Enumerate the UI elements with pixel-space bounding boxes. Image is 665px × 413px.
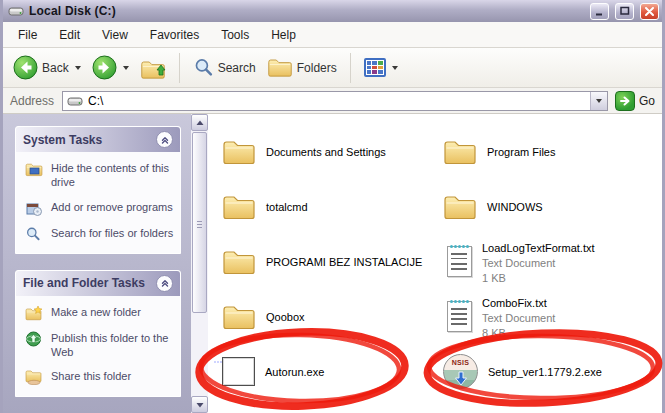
folder-icon: [222, 193, 256, 221]
window-title: Local Disk (C:): [29, 4, 584, 18]
task-share-folder[interactable]: Share this folder: [25, 369, 174, 385]
back-arrow-icon: [13, 55, 38, 80]
task-search-files[interactable]: Search for files or folders: [25, 226, 174, 242]
folders-button[interactable]: Folders: [263, 54, 341, 81]
file-autorun-exe[interactable]: Autorun.exe: [222, 344, 443, 399]
menu-file[interactable]: File: [7, 23, 48, 47]
task-publish-folder[interactable]: Publish this folder to the Web: [25, 331, 174, 360]
local-disk-icon: [8, 5, 24, 17]
chevron-up-icon: [160, 278, 170, 288]
menu-help[interactable]: Help: [260, 23, 307, 47]
collapse-button[interactable]: [156, 131, 173, 148]
address-label: Address: [7, 94, 57, 108]
file-setup-ver-exe[interactable]: NSIS Setup_ver1.1779.2.exe: [443, 344, 662, 399]
scrollbar-track[interactable]: [191, 314, 208, 396]
folders-label: Folders: [297, 61, 337, 75]
folders-icon: [267, 57, 293, 78]
search-label: Search: [218, 61, 256, 75]
drive-icon: [67, 95, 83, 107]
chevron-up-icon: [160, 135, 170, 145]
scrollbar-thumb[interactable]: [192, 132, 207, 313]
share-folder-icon: [25, 369, 43, 385]
folder-icon: [222, 248, 256, 276]
file-list: Documents and Settings Program Files tot…: [208, 114, 662, 413]
file-size: 1 KB: [482, 271, 595, 286]
scroll-down-button[interactable]: [191, 396, 208, 413]
back-label: Back: [42, 61, 69, 75]
up-button[interactable]: [136, 53, 170, 83]
file-program-files[interactable]: Program Files: [443, 124, 662, 179]
address-combo[interactable]: C:\: [62, 91, 608, 111]
folder-icon: [443, 138, 477, 166]
toolbar: Back Search Folders: [3, 48, 662, 88]
chevron-down-icon: [596, 99, 602, 103]
file-documents-and-settings[interactable]: Documents and Settings: [222, 124, 443, 179]
panel-system-tasks: System Tasks Hide the contents of this d…: [15, 126, 181, 254]
file-programi-bez-instalacije[interactable]: PROGRAMI BEZ INSTALACIJE: [222, 234, 443, 289]
menu-favorites[interactable]: Favorites: [139, 23, 210, 47]
file-type: Text Document: [482, 256, 595, 271]
scroll-up-button[interactable]: [191, 114, 208, 131]
search-icon: [193, 57, 214, 78]
panel-file-folder-tasks: File and Folder Tasks Make a new folder: [15, 270, 181, 398]
folder-up-icon: [140, 56, 166, 80]
close-button[interactable]: [640, 3, 659, 20]
nsis-logo: NSIS: [444, 359, 477, 366]
file-size: 8 KB: [482, 326, 555, 341]
task-add-remove-programs[interactable]: Add or remove programs: [25, 200, 174, 216]
explorer-window: Local Disk (C:) File Edit View Favorites…: [0, 0, 665, 413]
toolbar-separator: [350, 53, 351, 83]
panel-title: File and Folder Tasks: [23, 276, 145, 290]
content-area: System Tasks Hide the contents of this d…: [3, 114, 662, 413]
application-icon: [222, 357, 255, 386]
address-value: C:\: [88, 94, 103, 108]
task-make-new-folder[interactable]: Make a new folder: [25, 305, 174, 321]
search-button[interactable]: Search: [189, 54, 260, 81]
file-type: Text Document: [482, 311, 555, 326]
folder-icon: [222, 303, 256, 331]
forward-dropdown-icon[interactable]: [123, 66, 129, 70]
folder-icon: [222, 138, 256, 166]
collapse-button[interactable]: [156, 275, 173, 292]
go-button[interactable]: Go: [613, 90, 657, 112]
title-bar: Local Disk (C:): [3, 0, 662, 22]
download-arrow-icon: [454, 371, 468, 386]
views-icon: [364, 58, 386, 77]
publish-web-icon: [25, 331, 43, 347]
file-combofix[interactable]: ComboFix.txt Text Document 8 KB: [443, 289, 662, 344]
panel-header[interactable]: System Tasks: [16, 127, 180, 152]
task-pane: System Tasks Hide the contents of this d…: [3, 114, 191, 413]
file-totalcmd[interactable]: totalcmd: [222, 179, 443, 234]
menu-edit[interactable]: Edit: [48, 23, 91, 47]
file-loadlogtextformat[interactable]: LoadLogTextFormat.txt Text Document 1 KB: [443, 234, 662, 289]
menu-view[interactable]: View: [91, 23, 139, 47]
text-document-icon: [447, 301, 472, 332]
new-folder-icon: [25, 305, 43, 321]
back-dropdown-icon[interactable]: [75, 66, 81, 70]
task-hide-contents[interactable]: Hide the contents of this drive: [25, 161, 174, 190]
panel-title: System Tasks: [23, 133, 102, 147]
views-button[interactable]: [360, 55, 402, 80]
back-button[interactable]: Back: [9, 52, 85, 83]
panel-header[interactable]: File and Folder Tasks: [16, 271, 180, 296]
text-document-icon: [447, 246, 472, 277]
add-remove-programs-icon: [25, 200, 43, 216]
go-arrow-icon: [615, 91, 635, 111]
minimize-button[interactable]: [590, 3, 609, 20]
file-windows[interactable]: WINDOWS: [443, 179, 662, 234]
vertical-scrollbar: [191, 114, 208, 413]
maximize-button[interactable]: [615, 3, 634, 20]
go-label: Go: [639, 94, 655, 108]
menu-bar: File Edit View Favorites Tools Help: [3, 22, 662, 48]
toolbar-separator: [179, 53, 180, 83]
nsis-installer-icon: NSIS: [443, 354, 478, 389]
forward-arrow-icon: [92, 55, 117, 80]
address-bar: Address C:\ Go: [3, 88, 662, 114]
forward-button[interactable]: [88, 52, 133, 83]
menu-tools[interactable]: Tools: [210, 23, 260, 47]
address-dropdown-button[interactable]: [590, 92, 607, 110]
folder-icon: [443, 193, 477, 221]
views-dropdown-icon[interactable]: [392, 66, 398, 70]
file-qoobox[interactable]: Qoobox: [222, 289, 443, 344]
magnifier-icon: [25, 226, 43, 242]
